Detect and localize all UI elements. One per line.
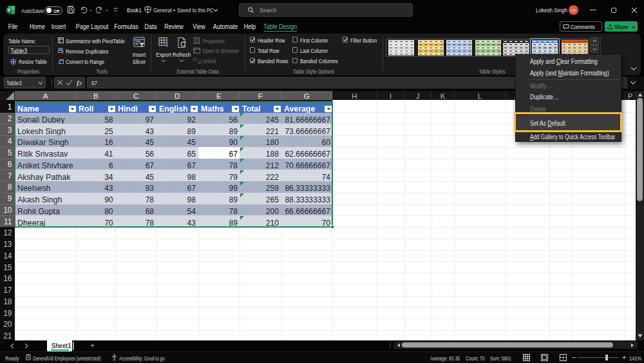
svg-text:X: X xyxy=(8,8,11,12)
